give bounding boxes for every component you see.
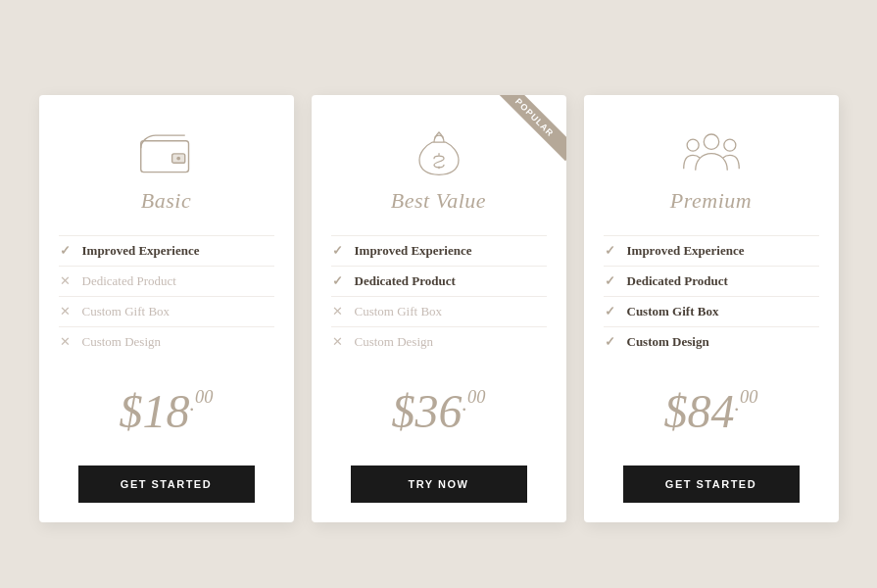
price-main: $18.00 [120,385,214,437]
price-section: $36.00 [392,384,486,438]
feature-label: Improved Experience [82,243,200,259]
cross-icon: ✕ [59,334,73,350]
check-icon: ✓ [331,273,345,289]
feature-item: ✕ Custom Gift Box [59,296,274,326]
card-icon-best-value [405,124,473,178]
cta-button-best-value[interactable]: TRY NOW [351,466,527,503]
cross-icon: ✕ [59,304,73,319]
card-basic: Basic ✓ Improved Experience ✕ Dedicated … [39,95,294,522]
popular-badge: POPULAR [488,95,566,173]
card-icon-premium [677,124,746,178]
feature-item: ✓ Dedicated Product [604,266,819,296]
card-name-best-value: Best Value [391,188,486,214]
svg-point-7 [723,139,735,151]
feature-item: ✓ Improved Experience [59,235,274,266]
feature-label: Custom Design [82,334,162,350]
cross-icon: ✕ [331,304,345,319]
feature-item: ✓ Custom Gift Box [604,296,819,326]
pricing-cards: Basic ✓ Improved Experience ✕ Dedicated … [20,95,857,522]
feature-item: ✕ Custom Gift Box [331,296,547,326]
card-name-premium: Premium [670,188,752,214]
svg-point-2 [176,156,180,160]
check-icon: ✓ [604,273,617,289]
card-premium: Premium ✓ Improved Experience ✓ Dedicate… [584,95,839,522]
cross-icon: ✕ [59,273,73,289]
feature-label: Dedicated Product [627,273,728,289]
card-icon-basic [132,124,201,178]
price-cents: .00 [190,391,214,416]
cta-button-premium[interactable]: GET STARTED [623,466,800,503]
price-section: $84.00 [664,384,758,438]
feature-label: Improved Experience [627,243,745,259]
feature-item: ✓ Improved Experience [604,235,819,266]
feature-label: Custom Design [627,334,709,350]
feature-item: ✓ Improved Experience [331,235,547,266]
check-icon: ✓ [604,243,617,259]
svg-point-5 [704,134,718,149]
price-cents: .00 [463,391,486,416]
feature-label: Dedicated Product [82,273,176,289]
price-main: $84.00 [664,385,758,437]
feature-item: ✕ Dedicated Product [59,266,274,296]
features-list: ✓ Improved Experience ✓ Dedicated Produc… [604,235,819,357]
feature-label: Custom Design [355,334,434,350]
feature-label: Custom Gift Box [355,304,443,319]
features-list: ✓ Improved Experience ✕ Dedicated Produc… [59,235,274,357]
features-list: ✓ Improved Experience ✓ Dedicated Produc… [331,235,547,357]
feature-label: Improved Experience [355,243,472,259]
price-main: $36.00 [392,385,486,437]
check-icon: ✓ [604,334,617,350]
feature-label: Custom Gift Box [627,304,719,319]
price-section: $18.00 [120,384,214,438]
svg-point-6 [687,139,699,151]
feature-item: ✓ Custom Design [604,326,819,357]
price-cents: .00 [735,391,758,416]
cta-button-basic[interactable]: GET STARTED [78,466,255,503]
feature-item: ✕ Custom Design [331,326,547,357]
check-icon: ✓ [604,304,617,319]
feature-label: Custom Gift Box [82,304,171,319]
feature-label: Dedicated Product [355,273,456,289]
check-icon: ✓ [59,243,73,259]
check-icon: ✓ [331,243,345,259]
popular-badge-label: POPULAR [492,95,566,161]
feature-item: ✕ Custom Design [59,326,274,357]
card-best-value: POPULAR Best Value ✓ Improved Experience… [312,95,566,522]
card-name-basic: Basic [141,188,191,214]
feature-item: ✓ Dedicated Product [331,266,547,296]
cross-icon: ✕ [331,334,345,350]
